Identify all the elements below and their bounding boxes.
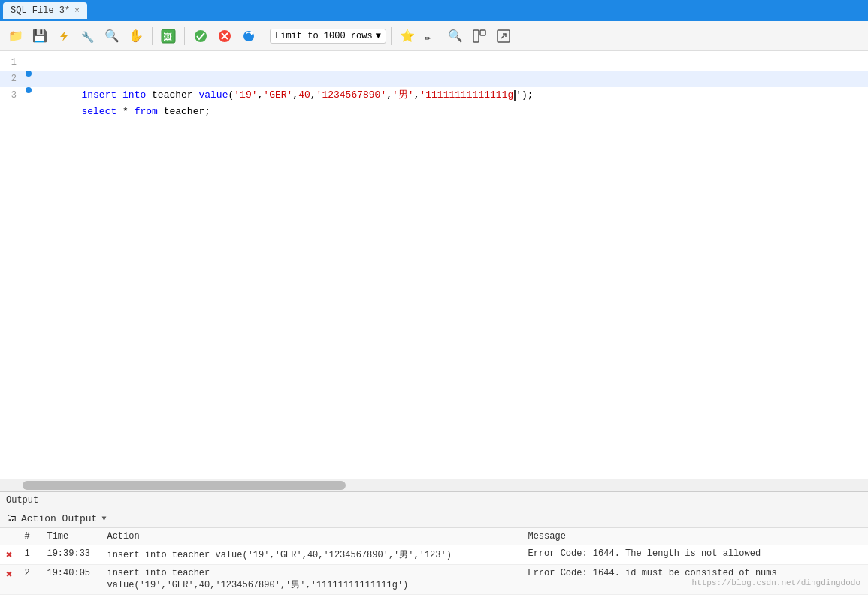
sep1 — [152, 27, 153, 45]
row-action-2: insert into teacher value('19','GER',40,… — [101, 565, 522, 595]
line-num-1: 1 — [0, 54, 23, 71]
row-time-2: 19:40:05 — [41, 565, 101, 595]
col-header-status — [0, 528, 18, 545]
limit-arrow: ▼ — [376, 31, 381, 41]
editor-line-3: 3 select * from teacher; — [0, 87, 868, 104]
editor-line-1: 1 — [0, 54, 868, 71]
row-num-1: 1 — [18, 545, 41, 565]
output-header-label: Output — [6, 495, 38, 506]
svg-text:🔧: 🔧 — [81, 31, 95, 43]
action-output-tab[interactable]: Action Output — [21, 513, 97, 524]
row-time-1: 19:39:33 — [41, 545, 101, 565]
open-folder-btn[interactable]: 📁 — [5, 26, 27, 47]
col-header-action: Action — [101, 528, 522, 545]
limit-select[interactable]: Limit to 1000 rows ▼ — [270, 29, 386, 44]
tab-close-btn[interactable]: × — [74, 6, 80, 15]
horizontal-scrollbar[interactable] — [0, 479, 868, 491]
special-btn[interactable]: 🖼 — [157, 26, 180, 47]
tab-bar: SQL File 3* × — [0, 0, 868, 21]
wrench-btn[interactable]: 🔧 — [77, 26, 99, 47]
star-btn[interactable]: ⭐ — [396, 26, 419, 47]
watermark: https://blog.csdn.net/dingdingdodo — [692, 578, 860, 587]
line-dot-2 — [23, 71, 35, 77]
col-header-time: Time — [41, 528, 101, 545]
sep4 — [391, 27, 392, 45]
tab-title: SQL File 3* — [11, 5, 70, 16]
sep3 — [265, 27, 265, 45]
save-btn[interactable]: 💾 — [29, 26, 51, 47]
editor-content: 1 2 insert into teacher value('19','GER'… — [0, 51, 868, 479]
error-icon-2: ✖ — [6, 569, 12, 581]
hand-btn[interactable]: ✋ — [125, 26, 147, 47]
magnify-search-btn[interactable]: 🔍 — [444, 26, 467, 47]
sep2 — [184, 27, 185, 45]
svg-rect-11 — [480, 30, 485, 35]
output-header: Output — [0, 492, 868, 509]
svg-marker-0 — [60, 31, 68, 41]
output-row-1: ✖119:39:33insert into teacher value('19'… — [0, 545, 868, 565]
kw-select: select — [81, 106, 116, 117]
line-dot-3 — [23, 87, 35, 93]
scroll-thumb[interactable] — [23, 481, 346, 490]
stop-btn[interactable] — [213, 26, 236, 47]
error-icon-cell-2: ✖ — [0, 565, 18, 595]
editor-line-2: 2 insert into teacher value('19','GER',4… — [0, 71, 868, 87]
code-star: * — [116, 106, 134, 117]
line-num-3: 3 — [0, 87, 23, 104]
svg-text:✏️: ✏️ — [425, 32, 431, 43]
line-num-2: 2 — [0, 71, 23, 87]
error-icon-1: ✖ — [6, 549, 12, 561]
col-header-hash: # — [18, 528, 41, 545]
row-message-1: Error Code: 1644. The length is not allo… — [522, 545, 868, 565]
export-btn[interactable] — [492, 26, 515, 47]
row-action-1: insert into teacher value('19','GER',40,… — [101, 545, 522, 565]
search-btn[interactable]: 🔍 — [101, 26, 123, 47]
code-editor[interactable]: 1 2 insert into teacher value('19','GER'… — [0, 51, 868, 479]
kw-from: from — [135, 106, 158, 117]
sql-file-tab[interactable]: SQL File 3* × — [3, 2, 87, 19]
row-num-2: 2 — [18, 565, 41, 595]
svg-point-4 — [195, 30, 207, 42]
lightning-btn[interactable] — [53, 26, 75, 47]
code-from-teacher: teacher; — [158, 106, 210, 117]
error-icon-cell-1: ✖ — [0, 545, 18, 565]
refresh-btn[interactable] — [237, 26, 260, 47]
check-btn[interactable] — [189, 26, 212, 47]
col-header-message: Message — [522, 528, 868, 545]
toolbar: 📁 💾 🔧 🔍 ✋ 🖼 Limit to 1000 rows ▼ ⭐ ✏️ 🔍 — [0, 21, 868, 51]
limit-label: Limit to 1000 rows — [275, 31, 373, 41]
output-tab-arrow[interactable]: ▼ — [101, 515, 106, 523]
svg-text:🖼: 🖼 — [163, 32, 172, 43]
line-code-3: select * from teacher; — [35, 87, 868, 137]
output-tab-icon: 🗂 — [6, 512, 17, 524]
svg-rect-10 — [473, 30, 479, 42]
edit-btn[interactable]: ✏️ — [420, 26, 443, 47]
panel-btn[interactable] — [468, 26, 491, 47]
output-tab-bar: 🗂 Action Output ▼ — [0, 509, 868, 528]
